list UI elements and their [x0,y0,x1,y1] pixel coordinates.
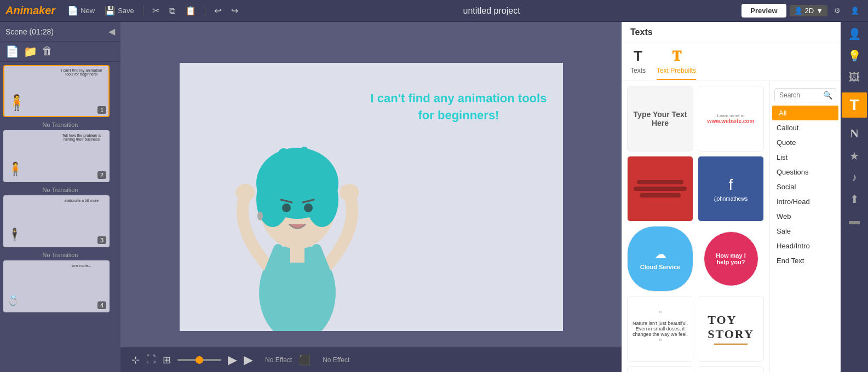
user-icon-button[interactable]: 👤 [847,5,863,16]
website-url-label: www.website.com [708,118,755,124]
collapse-scenes-button[interactable]: ◀ [108,26,115,37]
filter-head-intro[interactable]: Head/Intro [770,239,841,253]
copy-button[interactable]: ⧉ [166,5,179,17]
right-panel-upload-icon[interactable]: ⬆ [850,193,859,206]
nature-quote-label: Nature isn't just beautiful. Even in sma… [632,321,688,337]
scene-number-4: 4 [97,301,106,309]
bottom-controls: ⊹ ⛶ ⊞ ▶ ▶ No Effect ⬛ No Effect [120,347,622,372]
scene-thumb-4[interactable]: 💍 one more... 4 [3,260,110,312]
filter-quote[interactable]: Quote [770,135,841,150]
scene-title: Scene (01:28) [5,27,54,36]
right-panel-lightbulb-icon[interactable]: 💡 [848,49,861,62]
preview-button[interactable]: Preview [741,4,786,18]
texts-content: Type Your Text Here Learn more at www.we… [622,80,841,372]
text-T-button[interactable]: T [842,92,867,118]
text-card-plain[interactable]: Type Your Text Here [627,86,693,152]
right-panel-music-icon[interactable]: ♪ [852,171,857,184]
tab-text-prebuilts[interactable]: 𝐓 Text Prebuilts [657,48,696,80]
filter-social[interactable]: Social [770,179,841,194]
prebuilts-tab-label: Text Prebuilts [657,67,696,74]
grid-button[interactable]: ⊞ [163,354,171,366]
prebuilts-tab-icon: 𝐓 [672,48,681,65]
text-card-table-contents[interactable]: TABLE OF CONTENTS 01. Introduction02. Co… [698,366,764,372]
play-button[interactable]: ▶ [228,353,237,367]
music-icon: ♪ [852,171,857,184]
text-card-nature[interactable]: " Nature isn't just beautiful. Even in s… [627,296,693,362]
filter-sale[interactable]: Sale [770,224,841,239]
canvas-area: I can't find any animation toolsfor begi… [120,22,622,372]
toy-story-label: TOYSTORY [708,313,754,341]
save-button[interactable]: 💾 Save [101,4,137,17]
scene-number-2: 2 [97,171,106,179]
svg-point-15 [257,212,263,220]
learn-more-label: Learn more at [717,113,745,118]
right-panel-dark-box-icon[interactable]: ▬ [849,214,860,227]
text-card-website[interactable]: Learn more at www.website.com [698,86,764,152]
canvas-container[interactable]: I can't find any animation toolsfor begi… [180,63,563,331]
right-panel-image-icon[interactable]: 🖼 [849,71,860,84]
paste-button[interactable]: 📋 [182,4,199,17]
zoom-slider[interactable] [177,359,221,361]
texts-tab-label: Texts [630,67,646,74]
text-card-social-twitter[interactable]: 🐦 /johnmathews [627,366,693,372]
new-scene-button[interactable]: 📄 [5,45,19,58]
text-card-cloud[interactable]: ☁ Cloud Service [627,226,693,292]
texts-main: Texts T Texts 𝐓 Text Prebuilts Type Your… [622,22,841,372]
texts-filter: 🔍 All Callout Quote List Questions Socia… [769,80,841,372]
filter-end-text[interactable]: End Text [770,253,841,268]
copy-icon: ⧉ [169,6,175,16]
redo-button[interactable]: ↪ [228,4,242,17]
cloud-service-label: Cloud Service [640,264,680,270]
settings-button[interactable]: ⚙ [831,5,844,16]
scene-thumb-3[interactable]: 🕴 elaborate a bit more 3 [3,195,110,247]
undo-button[interactable]: ↩ [211,4,225,17]
bold-N-icon: N [850,126,859,141]
tab-texts[interactable]: T Texts [630,48,646,80]
search-input[interactable] [779,91,823,99]
main-area: Scene (01:28) ◀ 📄 📁 🗑 🧍 I can't find my … [0,22,868,372]
filter-intro-head[interactable]: Intro/Head [770,194,841,209]
text-card-toy-story[interactable]: TOYSTORY [698,296,764,362]
avatar-icon: 👤 [848,27,861,40]
search-icon: 🔍 [823,91,832,100]
fit-view-button[interactable]: ⊹ [131,354,140,366]
help-label: How may I help you? [704,247,758,271]
text-card-help[interactable]: How may I help you? [704,231,758,286]
svg-point-13 [235,184,255,201]
scene-number-1: 1 [97,106,106,114]
right-panel-avatar-icon[interactable]: 👤 [848,27,861,40]
fullscreen-button[interactable]: ⛶ [146,354,156,365]
texts-tabs: T Texts 𝐓 Text Prebuilts [622,43,841,80]
effect-settings-button[interactable]: ⬛ [298,354,311,366]
folder-scene-button[interactable]: 📁 [24,45,37,58]
mode-selector[interactable]: 👤 2D ▼ [790,5,828,16]
search-box[interactable]: 🔍 [774,88,836,102]
scene-item-1: 🧍 I can't find my animation tools for be… [3,65,117,117]
right-panel-star-icon[interactable]: ★ [849,149,859,162]
scene-thumb-2[interactable]: 🧍 Tell how the problem is ruining their … [3,130,110,182]
gear-icon: ⚙ [834,7,841,15]
filter-web[interactable]: Web [770,209,841,224]
filter-list[interactable]: List [770,150,841,165]
filter-all[interactable]: All [772,106,838,120]
text-T-icon: T [849,96,859,114]
paste-icon: 📋 [185,5,196,16]
play-next-button[interactable]: ▶ [244,353,253,367]
texts-tab-icon: T [634,48,642,65]
texts-grid: Type Your Text Here Learn more at www.we… [622,80,769,372]
scene-item-2: 🧍 Tell how the problem is ruining their … [3,130,117,182]
redo-icon: ↪ [231,5,238,16]
delete-scene-button[interactable]: 🗑 [42,45,53,58]
right-icons-panel: 👤 💡 🖼 T N ★ ♪ ⬆ ▬ [841,22,868,372]
right-panel-N-icon[interactable]: N [850,126,859,141]
save-icon: 💾 [105,5,116,16]
text-card-bubble-red[interactable] [627,156,693,222]
scene-thumb-1[interactable]: 🧍 I can't find my animation tools for be… [3,65,110,117]
filter-callout[interactable]: Callout [770,120,841,135]
filter-questions[interactable]: Questions [770,165,841,179]
new-icon: 📄 [67,5,78,16]
text-card-social-fb[interactable]: f /johnmathews [698,156,764,222]
star-icon: ★ [849,149,859,162]
cut-button[interactable]: ✂ [149,4,163,17]
new-button[interactable]: 📄 New [64,4,98,17]
